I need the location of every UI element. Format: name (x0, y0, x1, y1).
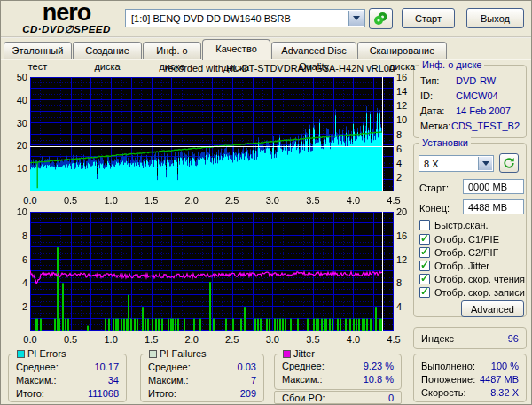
advanced-button[interactable]: Advanced (461, 300, 524, 317)
pi-errors-legend-swatch (17, 350, 25, 358)
po-failures-group: Сбои PO: 0 (274, 391, 402, 404)
checkbox-box[interactable] (419, 261, 430, 271)
axis-tick: 2 (1, 301, 27, 312)
disc-info-title: Инф. о диске (419, 59, 484, 70)
axis-tick: 4.5 (380, 334, 407, 345)
axis-tick: 0.0 (17, 334, 43, 345)
axis-tick: 0.5 (58, 195, 84, 206)
axis-tick: 2.5 (219, 334, 246, 345)
axis-tick: 3.5 (300, 195, 326, 206)
nero-logo: nero CD·DVD∅SPEED (8, 2, 125, 35)
cd-dvd-speed-logo-text: CD·DVD∅SPEED (8, 23, 125, 35)
jitter-stats-group: Jitter Среднее:9.23 % Максим.:10.8 % (274, 354, 402, 390)
pi-errors-stats-title: PI Errors (14, 348, 68, 359)
index-value: 96 (508, 333, 519, 344)
stat-row: Максим.:10.8 % (275, 372, 401, 386)
axis-tick: 1.0 (98, 195, 124, 206)
po-failures-label: Сбои PO: (282, 393, 325, 403)
index-row: Индекс 96 (414, 328, 526, 348)
axis-tick: 1.5 (138, 334, 165, 345)
header-separator (1, 36, 532, 38)
checkbox-show-jitter[interactable]: Отобр. Jitter (419, 260, 489, 272)
disc-type-row: Тип:DVD-RW (414, 73, 526, 88)
checkbox-box[interactable] (419, 274, 430, 284)
checkbox-box[interactable] (419, 234, 430, 245)
pi-failures-stats-title: PI Failures (146, 348, 209, 359)
pi-errors-chart (30, 77, 394, 191)
jitter-stats-title: Jitter (280, 348, 317, 359)
tab-advanced-quality[interactable]: Advanced Disc Quality (271, 42, 356, 59)
nero-cd-dvd-speed-window: nero CD·DVD∅SPEED [1:0] BENQ DVD DD DW16… (0, 0, 532, 405)
checkbox-fast-scan[interactable]: Быстр.скан. (419, 219, 489, 231)
checkbox-show-write-speed[interactable]: Отобр. скор. записи (419, 286, 525, 299)
pi-failures-jitter-chart (30, 212, 394, 331)
axis-tick: 3.5 (300, 334, 326, 345)
stat-row: Максим.:34 (9, 373, 126, 386)
eject-disc-button[interactable] (369, 8, 393, 29)
progress-group: Выполнено:100 % Положение:4487 MB Скорос… (413, 354, 527, 402)
axis-tick: 10 (1, 163, 27, 174)
stat-row: Итого:209 (141, 386, 263, 400)
disc-icon (373, 12, 388, 26)
tab-benchmark[interactable]: Эталонный тест (4, 42, 72, 59)
axis-tick: 20 (1, 140, 27, 151)
disc-label-row: Метка:CDS_TEST_B2 (414, 118, 526, 133)
checkbox-show-c2-pif[interactable]: Отобр. C2/PIF (419, 246, 498, 259)
disc-date-row: Дата:14 Feb 2007 (414, 103, 526, 118)
drive-select[interactable]: [1:0] BENQ DVD DD DW1640 BSRB (125, 9, 365, 27)
jitter-legend-swatch (283, 350, 291, 358)
pi-failures-stats-group: PI Failures Среднее:0.03 Максим.:7 Итого… (140, 354, 264, 402)
axis-tick: 3.0 (259, 334, 286, 345)
disc-id-row: ID:CMCW04 (414, 88, 526, 103)
exit-button[interactable]: Выход (466, 8, 524, 28)
axis-tick: 4.0 (340, 195, 366, 206)
stat-row: Максим.:7 (141, 373, 263, 386)
checkbox-show-read-speed[interactable]: Отобр. скор. чтения (419, 273, 525, 285)
checkbox-box[interactable] (419, 247, 430, 258)
checkbox-box[interactable] (419, 287, 430, 298)
recorded-with-label: recorded with HL-DT-STDVDRAM GSA-H42N vR… (30, 63, 395, 74)
chevron-down-icon[interactable] (348, 11, 364, 26)
checkbox-show-c1-pie[interactable]: Отобр. C1/PIE (419, 233, 499, 245)
axis-tick: 3.0 (259, 195, 286, 206)
axis-tick: 2.0 (178, 195, 205, 206)
po-failures-row: Сбои PO: 0 (275, 392, 401, 403)
stat-row: Среднее:10.17 (9, 360, 126, 373)
refresh-button[interactable] (499, 153, 519, 173)
axis-tick: 4.0 (340, 334, 366, 345)
tab-disc-quality[interactable]: Качество диска (202, 39, 270, 60)
tab-create-disc[interactable]: Создание диска (73, 42, 142, 59)
tab-disc-info[interactable]: Инф. о диске (143, 42, 201, 59)
start-field[interactable]: 0000 MB (463, 179, 524, 194)
progress-speed-row: Скорость:8.32 X (414, 386, 526, 399)
progress-position-row: Положение:4487 MB (414, 372, 526, 386)
pi-failures-legend-swatch (149, 350, 157, 358)
axis-tick: 1.0 (98, 334, 124, 345)
axis-tick: 4 (1, 277, 27, 288)
tab-scan-disc[interactable]: Сканирование диска (357, 42, 447, 59)
end-field-label: Конец: (419, 202, 450, 214)
index-label: Индекс (421, 333, 454, 344)
speed-select[interactable]: 8 X (419, 155, 494, 172)
axis-tick: 2.0 (178, 334, 205, 345)
chevron-down-icon[interactable] (478, 157, 492, 170)
speed-select-value: 8 X (424, 159, 439, 169)
disc-info-group: Инф. о диске Тип:DVD-RW ID:CMCW04 Дата:1… (413, 65, 527, 138)
start-field-label: Старт: (419, 182, 449, 194)
refresh-icon (503, 157, 515, 169)
drive-select-value: [1:0] BENQ DVD DD DW1640 BSRB (131, 13, 291, 24)
po-failures-value: 0 (388, 393, 394, 403)
stat-row: Среднее:0.03 (141, 360, 263, 373)
stat-row: Итого:111068 (9, 386, 126, 400)
axis-tick: 0.5 (58, 334, 84, 345)
pi-errors-stats-group: PI Errors Среднее:10.17 Максим.:34 Итого… (8, 354, 127, 402)
axis-tick: 10 (1, 206, 27, 217)
axis-tick: 30 (1, 118, 27, 129)
end-field[interactable]: 4488 MB (463, 199, 524, 214)
axis-tick: 50 (1, 72, 27, 82)
axis-tick: 1.5 (138, 195, 165, 206)
stat-row: Среднее:9.23 % (275, 359, 401, 372)
axis-tick: 4.5 (380, 195, 407, 206)
checkbox-box[interactable] (419, 220, 430, 230)
start-button[interactable]: Старт (402, 8, 455, 28)
